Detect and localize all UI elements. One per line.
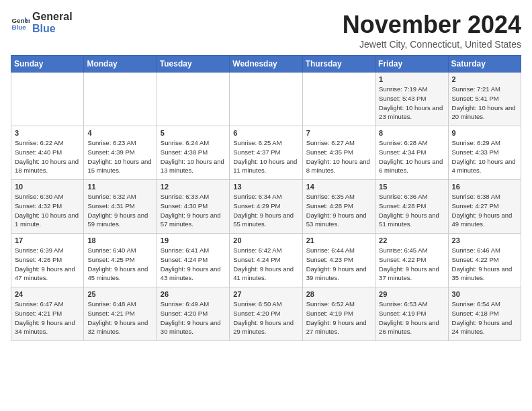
- calendar-cell: 19Sunrise: 6:41 AM Sunset: 4:24 PM Dayli…: [157, 234, 229, 287]
- calendar-cell: 10Sunrise: 6:30 AM Sunset: 4:32 PM Dayli…: [11, 180, 84, 234]
- calendar-cell: 22Sunrise: 6:45 AM Sunset: 4:22 PM Dayli…: [375, 234, 448, 287]
- calendar-cell: 29Sunrise: 6:53 AM Sunset: 4:19 PM Dayli…: [375, 287, 448, 341]
- day-info: Sunrise: 6:24 AM Sunset: 4:38 PM Dayligh…: [161, 138, 226, 175]
- day-number: 9: [452, 129, 517, 137]
- calendar-cell: 7Sunrise: 6:27 AM Sunset: 4:35 PM Daylig…: [302, 126, 375, 180]
- day-number: 24: [15, 290, 80, 298]
- day-info: Sunrise: 6:47 AM Sunset: 4:21 PM Dayligh…: [15, 300, 80, 336]
- calendar-cell: [157, 73, 229, 126]
- day-number: 7: [306, 129, 371, 137]
- day-info: Sunrise: 6:28 AM Sunset: 4:34 PM Dayligh…: [379, 138, 444, 175]
- day-info: Sunrise: 6:48 AM Sunset: 4:21 PM Dayligh…: [87, 300, 152, 336]
- calendar-cell: 17Sunrise: 6:39 AM Sunset: 4:26 PM Dayli…: [11, 234, 84, 287]
- calendar-cell: 16Sunrise: 6:38 AM Sunset: 4:27 PM Dayli…: [448, 180, 521, 234]
- day-header-tuesday: Tuesday: [157, 56, 229, 73]
- day-header-saturday: Saturday: [448, 56, 521, 73]
- calendar-cell: 27Sunrise: 6:50 AM Sunset: 4:20 PM Dayli…: [230, 287, 302, 341]
- day-number: 25: [87, 290, 152, 298]
- day-header-sunday: Sunday: [11, 56, 84, 73]
- calendar-cell: 30Sunrise: 6:54 AM Sunset: 4:18 PM Dayli…: [448, 287, 521, 341]
- day-info: Sunrise: 6:52 AM Sunset: 4:19 PM Dayligh…: [306, 300, 371, 336]
- calendar-header-row: SundayMondayTuesdayWednesdayThursdayFrid…: [11, 56, 521, 73]
- logo-line2: Blue: [32, 23, 73, 35]
- calendar-cell: 15Sunrise: 6:36 AM Sunset: 4:28 PM Dayli…: [375, 180, 448, 234]
- day-header-friday: Friday: [375, 56, 448, 73]
- calendar-cell: [302, 73, 375, 126]
- day-header-wednesday: Wednesday: [230, 56, 302, 73]
- day-info: Sunrise: 6:54 AM Sunset: 4:18 PM Dayligh…: [452, 300, 517, 336]
- day-number: 27: [233, 290, 298, 298]
- day-number: 22: [379, 236, 444, 244]
- day-number: 23: [452, 236, 517, 244]
- day-number: 13: [233, 183, 298, 191]
- day-info: Sunrise: 6:32 AM Sunset: 4:31 PM Dayligh…: [87, 192, 152, 229]
- day-number: 1: [379, 75, 444, 83]
- day-info: Sunrise: 6:44 AM Sunset: 4:23 PM Dayligh…: [306, 246, 371, 283]
- day-info: Sunrise: 6:35 AM Sunset: 4:28 PM Dayligh…: [306, 192, 371, 229]
- calendar-cell: 26Sunrise: 6:49 AM Sunset: 4:20 PM Dayli…: [157, 287, 229, 341]
- logo-icon: General Blue: [11, 13, 30, 32]
- day-info: Sunrise: 6:45 AM Sunset: 4:22 PM Dayligh…: [379, 246, 444, 283]
- calendar-week-2: 3Sunrise: 6:22 AM Sunset: 4:40 PM Daylig…: [11, 126, 521, 180]
- calendar-cell: [230, 73, 302, 126]
- day-info: Sunrise: 6:36 AM Sunset: 4:28 PM Dayligh…: [379, 192, 444, 229]
- day-number: 17: [15, 236, 80, 244]
- day-info: Sunrise: 6:34 AM Sunset: 4:29 PM Dayligh…: [233, 192, 298, 229]
- calendar-cell: 14Sunrise: 6:35 AM Sunset: 4:28 PM Dayli…: [302, 180, 375, 234]
- logo-line1: General: [32, 11, 73, 23]
- day-number: 21: [306, 236, 371, 244]
- calendar-body: 1Sunrise: 7:19 AM Sunset: 5:43 PM Daylig…: [11, 73, 521, 341]
- calendar-cell: 21Sunrise: 6:44 AM Sunset: 4:23 PM Dayli…: [302, 234, 375, 287]
- calendar-cell: 25Sunrise: 6:48 AM Sunset: 4:21 PM Dayli…: [84, 287, 157, 341]
- day-info: Sunrise: 7:21 AM Sunset: 5:41 PM Dayligh…: [452, 85, 517, 122]
- day-number: 26: [161, 290, 226, 298]
- day-number: 14: [306, 183, 371, 191]
- day-info: Sunrise: 6:53 AM Sunset: 4:19 PM Dayligh…: [379, 300, 444, 336]
- calendar-cell: [11, 73, 84, 126]
- calendar-cell: 2Sunrise: 7:21 AM Sunset: 5:41 PM Daylig…: [448, 73, 521, 126]
- day-info: Sunrise: 6:23 AM Sunset: 4:39 PM Dayligh…: [87, 138, 152, 175]
- day-number: 28: [306, 290, 371, 298]
- day-number: 4: [87, 129, 152, 137]
- day-info: Sunrise: 6:25 AM Sunset: 4:37 PM Dayligh…: [233, 138, 298, 175]
- calendar-cell: 1Sunrise: 7:19 AM Sunset: 5:43 PM Daylig…: [375, 73, 448, 126]
- day-number: 29: [379, 290, 444, 298]
- day-info: Sunrise: 6:50 AM Sunset: 4:20 PM Dayligh…: [233, 300, 298, 336]
- day-info: Sunrise: 6:42 AM Sunset: 4:24 PM Dayligh…: [233, 246, 298, 283]
- day-info: Sunrise: 6:30 AM Sunset: 4:32 PM Dayligh…: [15, 192, 80, 229]
- title-block: November 2024 Jewett City, Connecticut, …: [343, 11, 521, 50]
- calendar-cell: 11Sunrise: 6:32 AM Sunset: 4:31 PM Dayli…: [84, 180, 157, 234]
- calendar-cell: 18Sunrise: 6:40 AM Sunset: 4:25 PM Dayli…: [84, 234, 157, 287]
- day-header-monday: Monday: [84, 56, 157, 73]
- day-number: 10: [15, 183, 80, 191]
- calendar-cell: 3Sunrise: 6:22 AM Sunset: 4:40 PM Daylig…: [11, 126, 84, 180]
- calendar-cell: [84, 73, 157, 126]
- calendar-cell: 23Sunrise: 6:46 AM Sunset: 4:22 PM Dayli…: [448, 234, 521, 287]
- calendar-cell: 4Sunrise: 6:23 AM Sunset: 4:39 PM Daylig…: [84, 126, 157, 180]
- calendar-cell: 20Sunrise: 6:42 AM Sunset: 4:24 PM Dayli…: [230, 234, 302, 287]
- calendar-cell: 9Sunrise: 6:29 AM Sunset: 4:33 PM Daylig…: [448, 126, 521, 180]
- day-number: 16: [452, 183, 517, 191]
- calendar-cell: 8Sunrise: 6:28 AM Sunset: 4:34 PM Daylig…: [375, 126, 448, 180]
- day-info: Sunrise: 6:49 AM Sunset: 4:20 PM Dayligh…: [161, 300, 226, 336]
- day-info: Sunrise: 6:41 AM Sunset: 4:24 PM Dayligh…: [161, 246, 226, 283]
- calendar-week-1: 1Sunrise: 7:19 AM Sunset: 5:43 PM Daylig…: [11, 73, 521, 126]
- location: Jewett City, Connecticut, United States: [343, 39, 521, 50]
- day-info: Sunrise: 6:27 AM Sunset: 4:35 PM Dayligh…: [306, 138, 371, 175]
- calendar-week-3: 10Sunrise: 6:30 AM Sunset: 4:32 PM Dayli…: [11, 180, 521, 234]
- page-header: General Blue General Blue November 2024 …: [11, 11, 521, 50]
- day-number: 6: [233, 129, 298, 137]
- day-info: Sunrise: 6:46 AM Sunset: 4:22 PM Dayligh…: [452, 246, 517, 283]
- svg-text:Blue: Blue: [11, 23, 26, 30]
- day-info: Sunrise: 6:33 AM Sunset: 4:30 PM Dayligh…: [161, 192, 226, 229]
- calendar-cell: 28Sunrise: 6:52 AM Sunset: 4:19 PM Dayli…: [302, 287, 375, 341]
- day-number: 18: [87, 236, 152, 244]
- day-number: 11: [87, 183, 152, 191]
- day-number: 19: [161, 236, 226, 244]
- calendar-week-5: 24Sunrise: 6:47 AM Sunset: 4:21 PM Dayli…: [11, 287, 521, 341]
- day-number: 15: [379, 183, 444, 191]
- day-info: Sunrise: 6:39 AM Sunset: 4:26 PM Dayligh…: [15, 246, 80, 283]
- day-info: Sunrise: 7:19 AM Sunset: 5:43 PM Dayligh…: [379, 85, 444, 122]
- day-info: Sunrise: 6:40 AM Sunset: 4:25 PM Dayligh…: [87, 246, 152, 283]
- logo: General Blue General Blue: [11, 11, 73, 34]
